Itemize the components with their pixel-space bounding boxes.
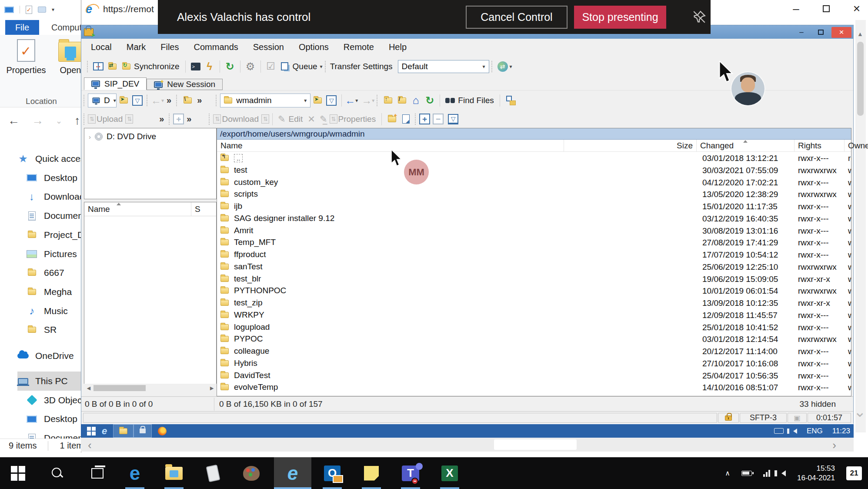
toolbar-grip[interactable] xyxy=(415,114,417,125)
background-transfers-icon[interactable]: ☑ xyxy=(264,60,278,73)
upload-icon[interactable] xyxy=(88,114,96,124)
remote-start-icon[interactable] xyxy=(87,427,96,435)
synchronize-icon[interactable]: ↻ xyxy=(119,60,133,73)
new-folder-icon[interactable] xyxy=(38,7,46,13)
speaker-icon[interactable] xyxy=(793,429,797,434)
task-view-button[interactable] xyxy=(85,457,110,489)
remote-clock[interactable]: 11:23 xyxy=(832,427,850,435)
compare-directories-icon[interactable] xyxy=(91,60,105,73)
search-button[interactable] xyxy=(45,457,70,489)
menu-local[interactable]: Local xyxy=(91,42,112,52)
menu-help[interactable]: Help xyxy=(389,42,407,52)
file-row[interactable]: sanTest25/06/2019 12:25:10rwxrwxrwxwmad.… xyxy=(217,261,851,273)
toolbar-grip[interactable] xyxy=(325,61,327,72)
forward-icon[interactable]: → xyxy=(361,94,372,107)
column-header-owner[interactable]: Owner xyxy=(845,140,868,152)
this-pc-icon[interactable] xyxy=(4,7,14,13)
console-commands-icon[interactable]: ϟ xyxy=(203,60,217,73)
file-row[interactable]: test_blr19/06/2019 15:09:05rwxr-xr-xwmad… xyxy=(217,273,851,285)
url-text[interactable]: https://remot xyxy=(103,4,154,14)
expander-icon[interactable]: › xyxy=(89,133,91,141)
encryption-lock-cell[interactable] xyxy=(718,413,739,423)
column-header-size[interactable]: Size xyxy=(564,140,697,152)
open-directory-icon[interactable]: ➤ xyxy=(117,94,130,107)
maximize-icon[interactable] xyxy=(823,5,830,12)
file-row[interactable]: custom_key04/12/2020 17:02:21rwxr-x---wm… xyxy=(217,176,851,188)
taskbar-file-explorer-icon[interactable] xyxy=(160,457,188,489)
preferences-gear-icon[interactable]: ⚙ xyxy=(244,60,257,73)
file-row[interactable]: WRKPY12/09/2018 11:45:57rwxr-x---wmad... xyxy=(217,309,851,321)
session-dropdown-icon[interactable]: ▾ xyxy=(510,64,512,70)
remote-language[interactable]: ENG xyxy=(807,427,823,435)
overflow-chevron-icon[interactable]: » xyxy=(159,114,164,124)
column-header-rights[interactable]: Rights xyxy=(795,140,845,152)
download-label[interactable]: Download xyxy=(222,114,259,124)
explorer-file-tab[interactable]: File xyxy=(5,20,39,35)
browser-url-bar[interactable]: e https://remot xyxy=(86,3,154,15)
back-history-icon[interactable]: ▾ xyxy=(355,97,358,104)
queue-dropdown-icon[interactable]: ▾ xyxy=(320,64,323,70)
forward-history-icon[interactable]: ▾ xyxy=(372,97,374,104)
delete-icon[interactable]: ✕ xyxy=(307,114,315,124)
upload-background-icon[interactable] xyxy=(125,114,133,124)
back-icon[interactable]: ← xyxy=(8,114,20,127)
open-directory-icon[interactable]: ➤ xyxy=(310,94,324,107)
close-icon[interactable]: × xyxy=(853,2,860,16)
column-header-name[interactable]: Name xyxy=(84,202,191,216)
filmstrip-scroll-right-icon[interactable]: › xyxy=(832,439,836,452)
overflow-chevron-icon[interactable]: » xyxy=(187,114,191,124)
toolbar-grip[interactable] xyxy=(377,95,379,106)
network-icon[interactable] xyxy=(763,470,770,477)
cancel-control-button[interactable]: Cancel Control xyxy=(466,6,568,29)
scrollbar-thumb[interactable] xyxy=(93,385,146,391)
sidebar-item-sr[interactable]: SR xyxy=(26,320,57,339)
download-background-icon[interactable] xyxy=(261,114,269,124)
protocol-cell[interactable]: SFTP-3 xyxy=(740,413,787,423)
local-horizontal-scrollbar[interactable]: ◄ ► xyxy=(84,384,217,392)
file-row[interactable]: PYTHONPOC10/01/2019 06:01:54rwxrwxrwxwma… xyxy=(217,285,851,297)
toolbar-grip[interactable] xyxy=(491,61,494,72)
file-row[interactable]: DavidTest25/04/2017 10:56:35rwxr-x---wma… xyxy=(217,369,851,382)
properties-button[interactable]: Properties xyxy=(4,39,48,75)
filter-icon[interactable]: ▽ xyxy=(324,94,338,107)
sidebar-item-pictures[interactable]: Pictures xyxy=(26,244,77,264)
home-directory-icon[interactable]: ⌂ xyxy=(409,94,423,107)
volume-icon[interactable] xyxy=(781,470,786,476)
parent-directory-icon[interactable]: ↑ xyxy=(381,94,395,107)
tab-sip-dev[interactable]: SIP_DEV xyxy=(84,77,147,90)
taskbar-paint-icon[interactable] xyxy=(237,457,265,489)
sidebar-item-3d-objects[interactable]: 3D Objects xyxy=(26,391,89,410)
remote-lock-app-icon[interactable] xyxy=(134,424,152,438)
up-icon[interactable]: ↑ xyxy=(74,114,80,127)
sidebar-item-megha[interactable]: Megha xyxy=(26,282,72,301)
open-terminal-icon[interactable]: > xyxy=(189,60,203,73)
toolbar-grip[interactable] xyxy=(169,114,171,125)
taskbar-outlook-icon[interactable]: O xyxy=(318,457,346,489)
filmstrip-scroll-left-icon[interactable]: ‹ xyxy=(88,439,92,452)
toolbar-grip[interactable] xyxy=(87,61,89,72)
scroll-left-icon[interactable]: ◄ xyxy=(86,385,92,392)
local-root-icon[interactable]: \ xyxy=(180,94,194,107)
toolbar-grip[interactable] xyxy=(176,95,178,106)
synchronize-label[interactable]: Synchronize xyxy=(134,62,180,71)
column-header-changed[interactable]: Changed xyxy=(697,140,795,152)
scroll-down-icon[interactable]: ⌄ xyxy=(854,403,866,420)
file-row[interactable]: colleague20/12/2017 11:14:00rwxr-x---wma… xyxy=(217,345,851,357)
sidebar-item-quick-access[interactable]: ★Quick access xyxy=(17,149,90,168)
filter-icon[interactable]: ▽ xyxy=(130,94,144,107)
menu-session[interactable]: Session xyxy=(253,42,284,52)
refresh-icon[interactable]: ↻ xyxy=(423,94,437,107)
properties-label[interactable]: Properties xyxy=(338,114,376,124)
menu-remote[interactable]: Remote xyxy=(344,42,374,52)
file-row[interactable]: ijb15/01/2020 11:17:35rwxr-x---wmad... xyxy=(217,200,851,212)
transfer-settings-dropdown[interactable]: Default ▾ xyxy=(398,60,489,73)
scroll-up-icon[interactable]: ▲ xyxy=(857,30,863,37)
upload-label[interactable]: Upload xyxy=(97,114,123,124)
find-files-icon[interactable] xyxy=(443,94,457,107)
remote-firefox-icon[interactable] xyxy=(152,424,173,438)
file-row[interactable]: test30/03/2021 07:55:09rwxrwxrwxwmad... xyxy=(217,164,851,176)
unselect-icon[interactable]: − xyxy=(433,114,444,124)
toolbar-grip[interactable] xyxy=(83,95,86,106)
edit-label[interactable]: Edit xyxy=(289,114,303,124)
scrollbar-thumb[interactable] xyxy=(857,42,864,116)
